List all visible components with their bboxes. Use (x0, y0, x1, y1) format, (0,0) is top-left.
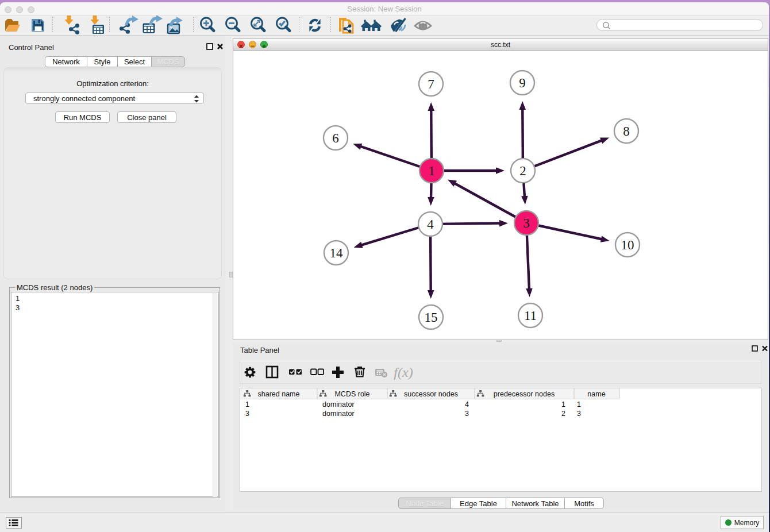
svg-text:1: 1 (245, 400, 249, 408)
svg-text:8: 8 (623, 124, 630, 138)
svg-text:dominator: dominator (322, 410, 355, 418)
svg-text:2: 2 (561, 410, 565, 418)
svg-text:successor nodes: successor nodes (404, 390, 458, 398)
svg-text:6: 6 (332, 131, 339, 145)
svg-text:15: 15 (425, 310, 438, 325)
svg-text:1: 1 (428, 164, 435, 178)
svg-text:name: name (587, 390, 605, 398)
svg-text:7: 7 (428, 77, 434, 91)
svg-text:4: 4 (465, 400, 469, 408)
svg-text:3: 3 (523, 216, 530, 230)
svg-text:14: 14 (330, 246, 344, 260)
svg-text:2: 2 (519, 164, 526, 178)
svg-text:predecessor nodes: predecessor nodes (494, 390, 555, 398)
svg-text:1: 1 (561, 400, 565, 408)
svg-text:9: 9 (519, 76, 526, 90)
svg-text:11: 11 (524, 309, 537, 323)
svg-text:3: 3 (245, 410, 249, 418)
svg-text:3: 3 (577, 410, 581, 418)
svg-text:dominator: dominator (322, 400, 355, 408)
svg-text:3: 3 (465, 410, 469, 418)
svg-text:1: 1 (577, 400, 581, 408)
svg-text:shared name: shared name (258, 390, 300, 398)
svg-text:MCDS role: MCDS role (334, 390, 369, 398)
svg-text:4: 4 (427, 217, 434, 232)
svg-text:10: 10 (621, 238, 634, 252)
